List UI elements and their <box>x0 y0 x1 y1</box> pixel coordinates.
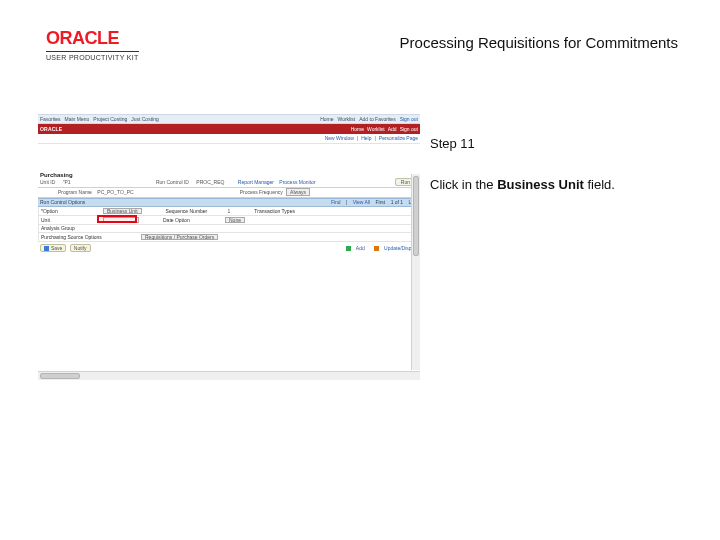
report-manager-link[interactable]: Report Manager <box>238 179 274 185</box>
app-brand-row: ORACLE Home Worklist Add Sign out <box>38 124 420 134</box>
bluebar-viewall[interactable]: View All <box>353 199 370 205</box>
txn-label: Transaction Types <box>254 209 316 214</box>
menu-home[interactable]: Home <box>320 117 333 122</box>
update-icon <box>374 246 379 251</box>
app-subnav: New Window | Help | Personalize Page <box>38 134 420 144</box>
notify-button[interactable]: Notify <box>70 244 91 252</box>
menu-item[interactable]: Main Menu <box>65 117 90 122</box>
menu-item[interactable]: Just Costing <box>131 117 159 122</box>
procfreq-select[interactable]: Always <box>286 188 310 196</box>
subnav-personalize[interactable]: Personalize Page <box>379 136 418 141</box>
redlink[interactable]: Home <box>351 127 364 132</box>
bu-label: Unit <box>41 218 103 223</box>
fields-area: *Option Business Unit Sequence Number 1 … <box>38 207 420 242</box>
row-business-unit: Unit Date Option None <box>39 216 419 225</box>
redlink[interactable]: Worklist <box>367 127 385 132</box>
business-unit-input[interactable] <box>103 217 139 223</box>
module-block: Purchasing Unit ID "P1 Run Control ID PR… <box>38 170 420 253</box>
horizontal-scrollbar[interactable] <box>38 371 420 380</box>
instruction-pre: Click in the <box>430 177 497 192</box>
notify-label: Notify <box>74 245 87 251</box>
page-title: Processing Requisitions for Commitments <box>400 34 678 51</box>
disk-icon <box>44 246 49 251</box>
dateopt-select[interactable]: None <box>225 217 245 223</box>
source-select[interactable]: Requisitions / Purchase Orders <box>141 234 218 240</box>
process-monitor-link[interactable]: Process Monitor <box>279 179 315 185</box>
seq-value: 1 <box>228 209 231 214</box>
bluebar-pager: 1 of 1 <box>391 199 404 205</box>
subnav-newwindow[interactable]: New Window <box>325 136 354 141</box>
menu-fav[interactable]: Add to Favorites <box>359 117 395 122</box>
seq-label: Sequence Number <box>166 209 228 214</box>
save-label: Save <box>51 245 62 251</box>
program-label: Program Name <box>58 189 92 195</box>
brand-block: ORACLE USER PRODUCTIVITY KIT <box>46 28 139 61</box>
unit-label: Unit ID <box>40 179 55 185</box>
bottom-links: Add Update/Display <box>338 246 418 251</box>
instruction-bold: Business Unit <box>497 177 584 192</box>
procfreq-label: Process Frequency <box>240 189 283 195</box>
module-subrow2: Program Name PC_PO_TO_PC Process Frequen… <box>38 188 420 198</box>
step-label: Step 11 <box>430 136 680 151</box>
hscroll-thumb[interactable] <box>40 373 80 379</box>
source-label: Purchasing Source Options <box>41 235 141 240</box>
bluebar-find[interactable]: Find <box>331 199 341 205</box>
module-title: Purchasing <box>38 170 420 178</box>
add-link[interactable]: Add <box>342 245 365 251</box>
runctrl-label: Run Control ID <box>156 179 189 185</box>
instruction-post: field. <box>584 177 615 192</box>
redlink[interactable]: Sign out <box>400 127 418 132</box>
embedded-screenshot: Favorites Main Menu Project Costing Just… <box>38 114 420 380</box>
row-source: Purchasing Source Options Requisitions /… <box>39 233 419 242</box>
app-menubar: Favorites Main Menu Project Costing Just… <box>38 114 420 124</box>
vscroll-thumb[interactable] <box>413 176 419 256</box>
runctrl-value: PROC_REQ <box>196 179 224 185</box>
app-bottom-bar: Save Notify Add Update/Display <box>38 244 420 253</box>
save-button[interactable]: Save <box>40 244 66 252</box>
bluebar-title: Run Control Options <box>40 200 85 205</box>
bluebar-first[interactable]: First <box>376 199 386 205</box>
brand-subtitle: USER PRODUCTIVITY KIT <box>46 51 139 61</box>
redlink[interactable]: Add <box>388 127 397 132</box>
menu-item[interactable]: Project Costing <box>93 117 127 122</box>
plus-icon <box>346 246 351 251</box>
brand-logo: ORACLE <box>46 28 139 49</box>
instruction-column: Step 11 Click in the Business Unit field… <box>430 136 680 192</box>
page: ORACLE USER PRODUCTIVITY KIT Processing … <box>0 0 720 540</box>
vertical-scrollbar[interactable] <box>411 174 420 370</box>
dateopt-label: Date Option <box>163 218 225 223</box>
instruction-text: Click in the Business Unit field. <box>430 177 680 192</box>
menu-item[interactable]: Favorites <box>40 117 61 122</box>
row-analysis: Analysis Group <box>39 225 419 233</box>
menu-signout[interactable]: Sign out <box>400 117 418 122</box>
menu-worklist[interactable]: Worklist <box>338 117 356 122</box>
unit-value: "P1 <box>63 179 71 185</box>
analysis-label: Analysis Group <box>41 226 103 231</box>
module-subrow: Unit ID "P1 Run Control ID PROC_REQ Repo… <box>38 178 420 188</box>
app-brand: ORACLE <box>40 127 62 132</box>
option-label: *Option <box>41 209 103 214</box>
option-select[interactable]: Business Unit <box>103 208 142 214</box>
subnav-help[interactable]: Help <box>361 136 371 141</box>
row-option: *Option Business Unit Sequence Number 1 … <box>39 207 419 216</box>
runctrl-options-bar: Run Control Options Find | View All Firs… <box>38 198 420 207</box>
program-value: PC_PO_TO_PC <box>97 189 133 195</box>
